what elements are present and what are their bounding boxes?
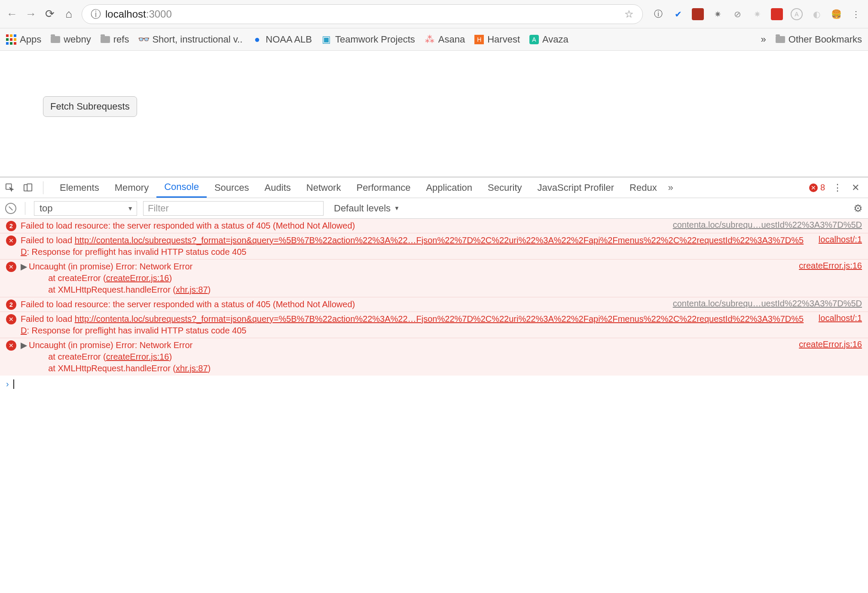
forward-button[interactable]: → <box>25 8 37 20</box>
tab-javascript-profiler[interactable]: JavaScript Profiler <box>530 177 622 198</box>
message-source-link[interactable]: localhost/:1 <box>819 235 862 258</box>
context-select[interactable]: top <box>34 201 137 216</box>
url-port: :3000 <box>146 8 172 20</box>
expand-caret-icon[interactable]: ▶ <box>21 339 27 351</box>
bookmark-star-icon[interactable]: ☆ <box>624 8 634 20</box>
extension-icon[interactable]: A <box>791 8 803 20</box>
tab-security[interactable]: Security <box>480 177 529 198</box>
extensions-row: ⓘ ✔ ✷ ⊘ ✷ A ◐ 🍔 ⋮ <box>650 8 862 20</box>
page-content: Fetch Subrequests <box>0 51 868 177</box>
tab-memory[interactable]: Memory <box>107 177 156 198</box>
folder-icon <box>101 36 110 43</box>
tab-redux[interactable]: Redux <box>622 177 665 198</box>
stack-line: at XMLHttpRequest.handleError (xhr.js:87… <box>21 363 790 374</box>
stack-link[interactable]: createError.js:16 <box>106 352 169 361</box>
message-body: ▶Uncaught (in promise) Error: Network Er… <box>21 261 790 296</box>
level-value: Default levels <box>334 203 391 214</box>
tab-sources[interactable]: Sources <box>207 177 257 198</box>
error-count-icon: 2 <box>6 300 16 310</box>
log-level-select[interactable]: Default levels ▼ <box>330 203 400 214</box>
stack-link[interactable]: xhr.js:87 <box>176 285 208 294</box>
bookmark-label: Other Bookmarks <box>789 34 862 45</box>
devtools-close-icon[interactable]: ✕ <box>850 182 861 193</box>
message-source-link[interactable]: contenta.loc/subrequ…uestId%22%3A3%7D%5D <box>673 220 862 232</box>
message-body: Failed to load resource: the server resp… <box>21 220 664 232</box>
tabs-overflow[interactable]: » <box>665 182 677 193</box>
address-bar[interactable]: ⓘ localhost:3000 ☆ <box>82 4 643 24</box>
favicon: ▣ <box>321 35 332 44</box>
bookmark-label: Harvest <box>487 34 520 45</box>
extension-icon[interactable]: ⊘ <box>731 8 743 20</box>
bookmark-item[interactable]: HHarvest <box>474 34 520 45</box>
extension-icon[interactable]: ✔ <box>672 8 684 20</box>
stack-link[interactable]: createError.js:16 <box>106 273 169 283</box>
message-source-link[interactable]: contenta.loc/subrequ…uestId%22%3A3%7D%5D <box>673 299 862 310</box>
bookmark-item[interactable]: ⁂Asana <box>425 34 465 45</box>
bookmark-label: Avaza <box>542 34 568 45</box>
console-messages: 2Failed to load resource: the server res… <box>0 219 868 593</box>
error-icon: ✕ <box>6 340 16 351</box>
chrome-menu-icon[interactable]: ⋮ <box>850 8 862 20</box>
text-cursor <box>13 379 14 389</box>
tab-application[interactable]: Application <box>418 177 480 198</box>
devtools-tabs: ElementsMemoryConsoleSourcesAuditsNetwor… <box>0 177 868 198</box>
glasses-icon: 👓 <box>138 35 149 44</box>
extension-icon[interactable]: ◐ <box>810 8 822 20</box>
folder-icon <box>776 36 785 43</box>
other-bookmarks[interactable]: Other Bookmarks <box>776 34 862 45</box>
message-source-link[interactable]: createError.js:16 <box>799 261 862 296</box>
console-prompt[interactable]: › <box>0 376 868 392</box>
bookmarks-overflow[interactable]: » <box>761 34 766 45</box>
bookmark-item[interactable]: refs <box>101 34 129 45</box>
bookmark-item[interactable]: AAvaza <box>529 34 568 45</box>
bookmark-label: Short, instructional v.. <box>152 34 242 45</box>
extension-icon[interactable]: ⓘ <box>652 8 664 20</box>
message-source-link[interactable]: localhost/:1 <box>819 313 862 336</box>
extension-icon[interactable]: ✷ <box>712 8 724 20</box>
device-toolbar-icon[interactable] <box>22 182 34 193</box>
tab-audits[interactable]: Audits <box>257 177 299 198</box>
extension-icon[interactable]: ✷ <box>751 8 763 20</box>
apps-icon <box>6 34 16 45</box>
stack-link[interactable]: xhr.js:87 <box>176 364 208 373</box>
reload-button[interactable]: ⟳ <box>44 8 56 20</box>
home-button[interactable]: ⌂ <box>63 8 75 20</box>
favicon: ● <box>252 35 262 44</box>
error-count: 8 <box>820 183 825 193</box>
message-source-link[interactable]: createError.js:16 <box>799 339 862 374</box>
stack-line: at XMLHttpRequest.handleError (xhr.js:87… <box>21 284 790 296</box>
fetch-subrequests-button[interactable]: Fetch Subrequests <box>43 96 137 117</box>
message-body: Failed to load http://contenta.loc/subre… <box>21 313 810 336</box>
bookmark-label: webny <box>64 34 91 45</box>
extension-icon[interactable] <box>771 8 783 20</box>
apps-button[interactable]: Apps <box>6 34 41 45</box>
error-count-badge[interactable]: ✕ 8 <box>809 183 825 193</box>
browser-toolbar: ← → ⟳ ⌂ ⓘ localhost:3000 ☆ ⓘ ✔ ✷ ⊘ ✷ A ◐… <box>0 0 868 28</box>
message-body: Failed to load resource: the server resp… <box>21 299 664 310</box>
error-count-icon: 2 <box>6 221 16 231</box>
back-button[interactable]: ← <box>6 8 18 20</box>
bookmark-item[interactable]: ●NOAA ALB <box>252 34 312 45</box>
tab-performance[interactable]: Performance <box>348 177 418 198</box>
svg-rect-2 <box>27 183 32 191</box>
devtools-menu-icon[interactable]: ⋮ <box>832 182 843 193</box>
favicon: A <box>529 35 539 44</box>
bookmark-item[interactable]: 👓Short, instructional v.. <box>138 34 242 45</box>
filter-input[interactable]: Filter <box>143 201 324 216</box>
bookmark-label: refs <box>113 34 129 45</box>
filter-placeholder: Filter <box>148 203 169 214</box>
bookmark-item[interactable]: webny <box>51 34 91 45</box>
site-info-icon[interactable]: ⓘ <box>91 7 101 21</box>
bookmarks-bar: Apps webny refs 👓Short, instructional v.… <box>0 28 868 51</box>
tab-console[interactable]: Console <box>156 177 207 198</box>
bookmark-label: Asana <box>438 34 465 45</box>
console-settings-icon[interactable]: ⚙ <box>853 202 863 214</box>
tab-network[interactable]: Network <box>299 177 349 198</box>
extension-icon[interactable]: 🍔 <box>830 8 842 20</box>
clear-console-icon[interactable] <box>5 203 16 214</box>
inspect-element-icon[interactable] <box>4 182 15 193</box>
extension-icon[interactable] <box>692 8 704 20</box>
bookmark-item[interactable]: ▣Teamwork Projects <box>321 34 415 45</box>
expand-caret-icon[interactable]: ▶ <box>21 261 27 272</box>
tab-elements[interactable]: Elements <box>52 177 107 198</box>
